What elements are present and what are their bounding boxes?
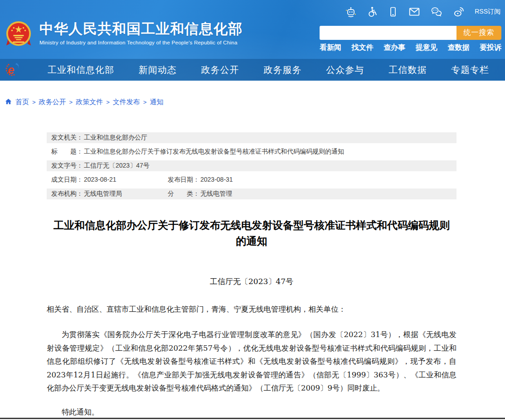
breadcrumb-file-release[interactable]: 文件发布 [113,98,140,106]
nav-list: 工业和信息化部 新闻动态 政务公开 政务服务 公众参与 工信数据 专题专栏 [35,64,501,76]
mobile-icon[interactable] [388,6,398,18]
meta-row-title: 标 题： 工业和信息化部办公厅关于修订发布无线电发射设备型号核准证书样式和代码编… [47,146,456,157]
nav-item-miit-data[interactable]: 工信数据 [388,64,427,76]
weibo-icon[interactable] [452,6,465,18]
meta-label: 分 类： [168,190,199,198]
meta-label: 成文日期： [51,176,83,184]
nav-item-home[interactable]: 工业和信息化部 [48,64,114,76]
meta-cell: 发文机关： 工业和信息化部办公厅 [51,134,147,142]
site-title-cn: 中华人民共和国工业和信息化部 [39,20,243,38]
breadcrumb-separator: > [32,99,36,106]
search-button[interactable]: 统一搜索 [456,26,501,40]
quick-link-news[interactable]: 看新闻 [320,43,341,53]
national-emblem-logo [5,20,33,52]
quick-link-services[interactable]: 查办事 [384,43,405,53]
meta-label: 发布机构： [51,190,83,198]
article-title: 工业和信息化部办公厅关于修订发布无线电发射设备型号核准证书样式和代码编码规则的通… [47,217,456,249]
breadcrumb-notice[interactable]: 通知 [150,98,163,106]
document-area: 发文机关： 工业和信息化部办公厅 标 题： 工业和信息化部办公厅关于修订发布无线… [47,132,456,417]
breadcrumb-separator: > [69,99,73,106]
meta-value: 2023-08-31 [200,176,233,184]
meta-cell: 发布日期： 2023-08-31 [168,176,233,184]
breadcrumb-policy-files[interactable]: 政策文件 [76,98,103,106]
meta-row-doc-number: 发文字号： 工信厅无〔2023〕47号 [47,160,456,171]
meta-cell: 分 类： 无线电管理 [168,190,232,198]
meta-label: 标 题： [51,148,83,156]
meta-value: 2023-08-21 [84,176,117,184]
breadcrumb-home[interactable]: 首页 [15,98,29,106]
utility-bar: RSS订阅 [345,6,500,18]
search-bar: 统一搜索 [320,26,501,40]
meta-value: 工业和信息化部办公厅 [84,134,147,142]
meta-cell: 成文日期： 2023-08-21 [51,176,168,184]
window-bottom-edge [0,418,505,419]
nav-item-gov-services[interactable]: 政务服务 [263,64,301,76]
accessibility-icon[interactable] [366,6,378,18]
meta-value: 工业和信息化部办公厅关于修订发布无线电发射设备型号核准证书样式和代码编码规则的通… [84,148,344,156]
svg-text:e: e [8,63,14,77]
quick-link-feedback[interactable]: 提意见 [416,43,437,53]
mail-icon[interactable] [408,6,421,18]
site-title-block: 中华人民共和国工业和信息化部 Ministry of Industry and … [39,20,243,45]
quick-link-data[interactable]: 查数据 [447,43,469,53]
meta-value: 无线电管理局 [84,190,122,198]
breadcrumb: 首页 > 政务公开 > 政策文件 > 文件发布 > 通知 [5,98,163,106]
quick-link-files[interactable]: 找文件 [352,43,374,53]
meta-value: 工信厅无〔2023〕47号 [84,162,150,170]
meta-label: 发文字号： [51,162,83,170]
home-icon[interactable] [5,98,12,106]
meta-label: 发布日期： [168,176,199,184]
meta-cell: 标 题： 工业和信息化部办公厅关于修订发布无线电发射设备型号核准证书样式和代码编… [51,148,344,156]
meta-cell: 发布机构： 无线电管理局 [51,190,168,198]
breadcrumb-gov-open[interactable]: 政务公开 [39,98,66,106]
rss-subscribe-link[interactable]: RSS订阅 [475,8,500,16]
nav-item-special-topics[interactable]: 专题专栏 [451,64,489,76]
breadcrumb-separator: > [106,99,110,106]
nav-item-participation[interactable]: 公众参与 [326,64,364,76]
meta-cell: 发文字号： 工信厅无〔2023〕47号 [51,162,150,170]
meta-value: 无线电管理 [200,190,232,198]
main-nav: e 工业和信息化部 新闻动态 政务公开 政务服务 公众参与 工信数据 专题专栏 [0,59,505,81]
site-title-en: Ministry of Industry and Information Tec… [39,39,243,45]
meta-label: 发文机关： [51,134,83,142]
site-header: RSS订阅 中华人民共和国工业和信息化部 Ministry of In [0,0,505,81]
article-paragraph: 为贯彻落实《国务院办公厅关于深化电子电器行业管理制度改革的意见》（国办发〔202… [47,328,456,395]
article-closing: 特此通知。 [47,407,456,417]
search-input[interactable] [320,26,456,40]
nav-item-gov-open[interactable]: 政务公开 [201,64,239,76]
quick-links: 看新闻 找文件 查办事 提意见 查数据 要投诉 [320,43,501,53]
ai-assistant-icon[interactable] [345,6,357,18]
meta-row-publisher: 发布机构： 无线电管理局 分 类： 无线电管理 [47,188,456,199]
wechat-icon[interactable] [430,6,443,18]
quick-link-complaint[interactable]: 要投诉 [480,43,501,53]
nav-item-news[interactable]: 新闻动态 [139,64,177,76]
article-salutation: 相关省、自治区、直辖市工业和信息化主管部门，青海、宁夏无线电管理机构，相关单位： [47,304,456,315]
breadcrumb-separator: > [143,99,147,106]
gov-e-logo-icon: e [5,61,22,79]
meta-row-dates: 成文日期： 2023-08-21 发布日期： 2023-08-31 [47,174,456,185]
meta-row-issuing-office: 发文机关： 工业和信息化部办公厅 [47,132,456,143]
site-brand: 中华人民共和国工业和信息化部 Ministry of Industry and … [5,20,243,52]
article-doc-number: 工信厅无〔2023〕47号 [47,276,456,287]
